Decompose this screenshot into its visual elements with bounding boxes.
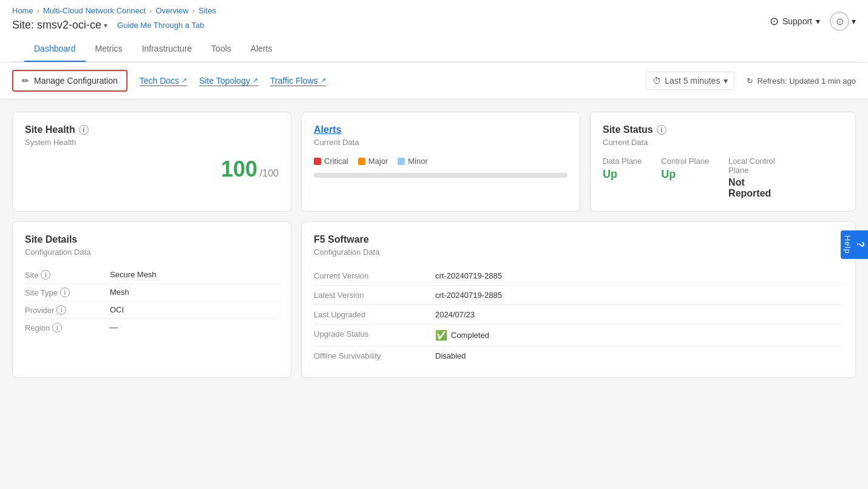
local-control-plane-status: NotReported [728,177,775,199]
tab-alerts[interactable]: Alerts [241,36,282,62]
site-health-card: Site Health i System Health 100 /100 [12,112,291,212]
main-content: Site Health i System Health 100 /100 Ale… [0,99,868,390]
legend-critical: Critical [314,157,348,166]
site-details-subtitle: Configuration Data [25,248,279,257]
help-question-icon: ? [855,241,866,248]
control-plane-status: Up [661,168,709,181]
chevron-down-icon[interactable]: ▾ [104,21,107,30]
site-status-subtitle: Current Data [603,138,843,147]
table-row: Current Version crt-20240719-2885 [314,266,843,286]
site-health-info-icon[interactable]: i [79,125,89,135]
site-type-info-icon[interactable]: i [60,288,70,297]
tab-infrastructure[interactable]: Infrastructure [132,36,202,62]
tab-metrics[interactable]: Metrics [86,36,132,62]
site-topology-link[interactable]: Site Topology ↗ [199,76,258,86]
breadcrumb-sites[interactable]: Sites [198,6,216,15]
table-row: Site Type i Mesh [25,284,279,302]
support-icon: ⊙ [770,15,779,28]
site-field-info-icon[interactable]: i [41,270,50,280]
data-plane-status: Up [603,168,642,181]
support-chevron-icon: ▾ [816,16,820,26]
breadcrumb: Home › Multi-Cloud Network Connect › Ove… [12,6,216,15]
minor-dot [398,158,405,165]
breadcrumb-mcnc[interactable]: Multi-Cloud Network Connect [43,6,146,15]
f5-software-subtitle: Configuration Data [314,248,843,257]
f5-software-table: Current Version crt-20240719-2885 Latest… [314,266,843,365]
legend-minor: Minor [398,157,428,166]
support-button[interactable]: ⊙ Support ▾ [770,15,820,28]
external-link-icon: ↗ [253,76,258,84]
help-label: Help [843,235,852,254]
external-link-icon: ↗ [320,76,326,84]
health-score-max: /100 [260,168,279,178]
control-plane-col: Control Plane Up [661,157,709,199]
f5-software-title: F5 Software [314,234,843,245]
alerts-subtitle: Current Data [314,138,568,147]
breadcrumb-home[interactable]: Home [12,6,33,15]
table-row: Upgrade Status ✅ Completed [314,325,843,346]
tech-docs-link[interactable]: Tech Docs ↗ [140,76,187,86]
alerts-legend: Critical Major Minor [314,157,568,166]
clock-icon: ⏱ [653,76,661,86]
health-score-row: 100 /100 [25,157,279,182]
manage-configuration-button[interactable]: ✏ Manage Configuration [12,70,127,92]
data-plane-col: Data Plane Up [603,157,642,199]
site-health-title: Site Health i [25,124,279,135]
filter-chevron-icon: ▾ [724,76,728,86]
tab-tools[interactable]: Tools [202,36,241,62]
major-dot [358,158,365,165]
action-bar: ✏ Manage Configuration Tech Docs ↗ Site … [0,62,868,99]
top-cards-row: Site Health i System Health 100 /100 Ale… [12,112,856,212]
site-details-title: Site Details [25,234,279,245]
site-status-card: Site Status i Current Data Data Plane Up… [590,112,856,212]
site-details-table: Site i Secure Mesh Site Type i Mesh Prov… [25,266,279,336]
external-link-icon: ↗ [181,76,187,84]
table-row: Offline Survivability Disabled [314,346,843,365]
table-row: Last Upgraded 2024/07/23 [314,305,843,325]
alerts-title[interactable]: Alerts [314,124,568,135]
user-menu-button[interactable]: ⊙ ▾ [830,12,856,31]
avatar: ⊙ [830,12,849,31]
refresh-status: ↻ Refresh: Updated 1 min ago [747,76,856,86]
time-filter-dropdown[interactable]: ⏱ Last 5 minutes ▾ [646,72,734,90]
table-row: Latest Version crt-20240719-2885 [314,286,843,305]
alerts-progress-bar [314,173,568,178]
site-details-card: Site Details Configuration Data Site i S… [12,221,291,378]
alerts-progress-fill [314,173,568,178]
legend-major: Major [358,157,388,166]
bottom-cards-row: Site Details Configuration Data Site i S… [12,221,856,378]
tab-dashboard[interactable]: Dashboard [24,36,86,62]
user-chevron-icon: ▾ [852,16,856,26]
f5-software-card: F5 Software Configuration Data Current V… [301,221,856,378]
site-status-grid: Data Plane Up Control Plane Up Local Con… [603,157,843,199]
provider-info-icon[interactable]: i [56,305,66,315]
breadcrumb-overview[interactable]: Overview [155,6,188,15]
check-circle-icon: ✅ [435,329,447,341]
site-status-title: Site Status i [603,124,843,135]
table-row: Site i Secure Mesh [25,266,279,284]
guide-me-link[interactable]: Guide Me Through a Tab [117,21,204,30]
table-row: Provider i OCI [25,302,279,319]
help-panel[interactable]: ? Help [841,231,868,259]
site-health-subtitle: System Health [25,138,279,147]
pencil-icon: ✏ [22,76,29,86]
refresh-icon: ↻ [747,76,753,86]
region-info-icon[interactable]: i [52,323,62,332]
site-status-info-icon[interactable]: i [657,125,666,135]
alerts-card: Alerts Current Data Critical Major Minor [301,112,580,212]
table-row: Region i — [25,319,279,336]
tab-bar: Dashboard Metrics Infrastructure Tools A… [12,36,856,62]
health-score-value: 100 [221,157,257,181]
traffic-flows-link[interactable]: Traffic Flows ↗ [270,76,326,86]
critical-dot [314,158,321,165]
local-control-plane-col: Local ControlPlane NotReported [728,157,775,199]
site-title: Site: smsv2-oci-ce ▾ [12,19,107,32]
